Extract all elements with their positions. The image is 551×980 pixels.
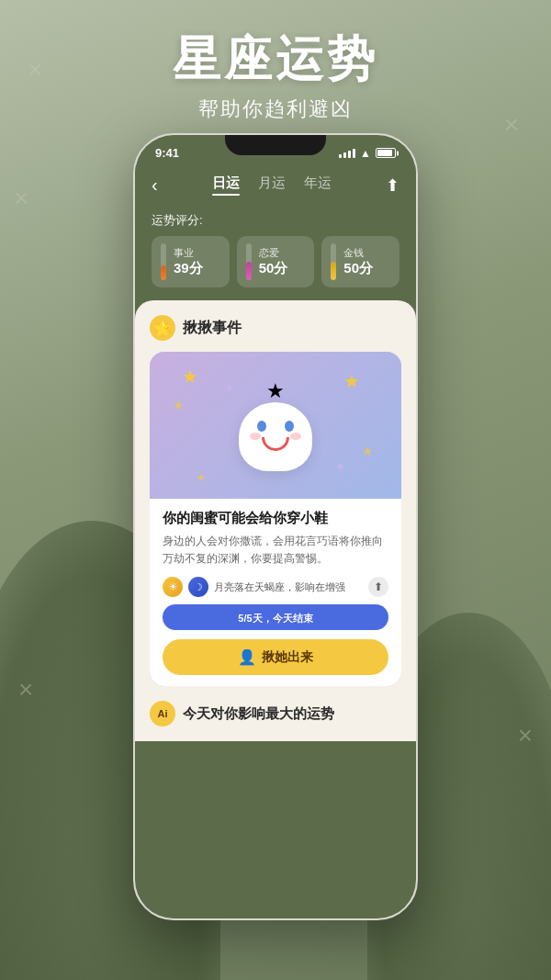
event-title: 你的闺蜜可能会给你穿小鞋 [163,510,388,527]
career-bar-bg [161,243,166,280]
ghost-face [248,416,303,453]
planet-moon-icon: ☽ [188,577,208,597]
phone-frame: 9:41 ▲ ‹ 日运 月运 [133,133,418,920]
money-bar-fill [331,262,336,280]
share-small-button[interactable]: ⬆ [368,577,388,597]
signal-bar-3 [348,151,351,158]
signal-bar-4 [353,149,355,158]
love-value: 50分 [259,260,288,277]
star-decoration-2: ★ [343,370,360,392]
signal-icon [339,149,355,158]
wifi-icon: ▲ [360,147,371,160]
nav-bar: ‹ 日运 月运 年运 ⬆ [135,165,416,203]
time-display: 9:41 [155,146,179,160]
score-section: 运势评分: 事业 39分 [135,203,416,300]
event-card: ★ ★ ★ ★ ✦ ✦ ✦ ★ [150,352,401,686]
action-icon: 👤 [238,648,256,666]
signal-bar-2 [343,152,346,158]
ghost-eye-right [285,421,294,432]
ghost-character: ★ [230,379,321,471]
money-bar-bg [331,243,336,280]
event-meta-left: ☀ ☽ 月亮落在天蝎座，影响在增强 [163,577,345,597]
card-section: 🌟 揪揪事件 ★ ★ ★ ★ ✦ ✦ ✦ [135,300,416,741]
bottom-section-header: Ai 今天对你影响最大的运势 [150,697,401,727]
event-meta: ☀ ☽ 月亮落在天蝎座，影响在增强 ⬆ [163,577,388,597]
progress-bar: 5/5天，今天结束 [163,604,388,630]
star-decoration-1: ★ [182,366,198,388]
nav-tabs: 日运 月运 年运 [212,175,332,196]
tab-monthly[interactable]: 月运 [258,175,286,196]
event-section-title: 揪揪事件 [183,319,242,338]
ghost-mouth [262,437,289,451]
progress-text: 5/5天，今天结束 [238,613,312,624]
ghost-body [239,402,312,471]
action-button[interactable]: 👤 揪她出来 [163,639,388,675]
love-bar-fill [246,262,252,280]
ghost-eye-left [257,421,266,432]
career-value: 39分 [174,260,203,277]
sub-title: 帮助你趋利避凶 [0,96,551,123]
love-bar-bg [246,243,252,280]
planet-text: 月亮落在天蝎座，影响在增强 [214,580,345,594]
event-section-header: 🌟 揪揪事件 [150,315,401,341]
career-info: 事业 39分 [174,246,203,277]
phone-wrapper: 9:41 ▲ ‹ 日运 月运 [133,133,418,920]
star-sm-3: ✦ [196,470,207,485]
score-card-money: 金钱 50分 [321,236,399,287]
action-btn-text: 揪她出来 [262,649,313,666]
tab-yearly[interactable]: 年运 [304,175,332,196]
event-desc: 身边的人会对你撒谎，会用花言巧语将你推向万劫不复的深渊，你要提高警惕。 [163,533,388,568]
event-illustration: ★ ★ ★ ★ ✦ ✦ ✦ ★ [150,352,401,499]
phone-content: ‹ 日运 月运 年运 ⬆ 运势评分: 事业 [135,165,416,918]
back-button[interactable]: ‹ [152,175,158,196]
event-section-icon: 🌟 [150,315,175,341]
title-area: 星座运势 帮助你趋利避凶 [0,28,551,123]
planet-sun-icon: ☀ [163,577,183,597]
career-name: 事业 [174,246,203,260]
signal-bar-1 [339,154,342,158]
money-value: 50分 [343,260,373,277]
ghost-cheek-right [290,433,301,440]
x-decoration: × [18,675,33,704]
battery-icon [376,148,396,158]
ai-badge: Ai [150,701,175,727]
star-sm-1: ★ [173,398,185,412]
score-card-career: 事业 39分 [152,236,230,287]
main-title: 星座运势 [0,28,551,92]
money-info: 金钱 50分 [343,246,373,277]
sparkle-2: ✦ [334,458,346,476]
event-body: 你的闺蜜可能会给你穿小鞋 身边的人会对你撒谎，会用花言巧语将你推向万劫不复的深渊… [150,499,401,686]
money-name: 金钱 [343,246,373,260]
x-decoration: × [518,721,533,750]
score-label: 运势评分: [152,212,399,229]
bottom-title: 今天对你影响最大的运势 [183,705,334,723]
ghost-star: ★ [266,379,285,403]
love-info: 恋爱 50分 [259,246,288,277]
ghost-cheek-left [250,433,261,440]
tab-daily[interactable]: 日运 [212,175,240,196]
status-bar: 9:41 ▲ [135,135,416,165]
star-sm-2: ★ [362,444,374,458]
battery-fill [377,150,392,156]
score-card-love: 恋爱 50分 [237,236,315,287]
love-name: 恋爱 [259,246,288,260]
status-icons: ▲ [339,147,396,160]
career-bar-fill [161,265,166,280]
x-decoration: × [14,184,28,213]
share-button[interactable]: ⬆ [386,175,399,196]
score-cards: 事业 39分 恋爱 50分 [152,236,399,287]
notch [225,135,326,155]
